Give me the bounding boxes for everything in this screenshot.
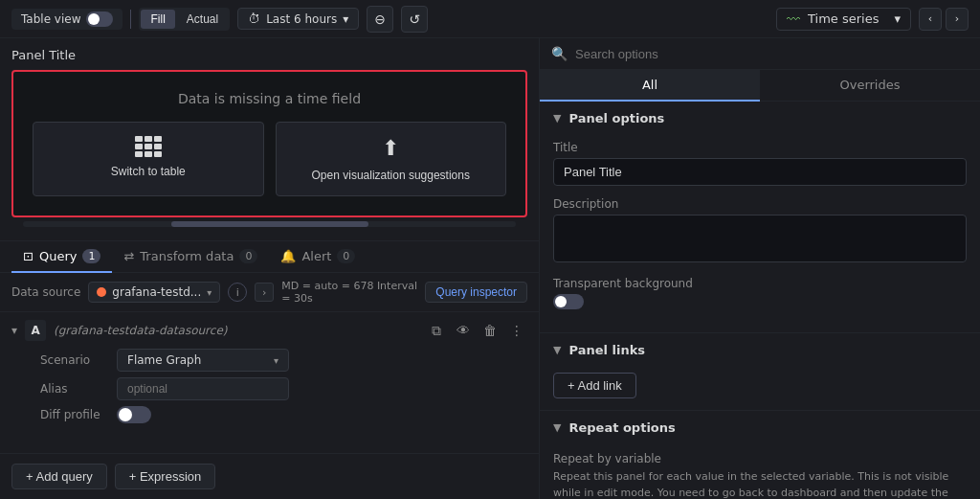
tab-all[interactable]: All [540,70,760,102]
scenario-value: Flame Graph [127,353,201,367]
panel-title-label: Panel Title [11,48,527,62]
chevron-down-icon-ds: ▾ [207,287,212,298]
scrollbar-thumb [171,221,368,227]
table-view-toggle[interactable] [86,11,113,27]
query-body: ▾ A (grafana-testdata-datasource) ⧉ 👁 🗑 … [0,312,539,437]
alert-badge: 0 [337,249,355,263]
panel-links-header[interactable]: ▼ Panel links [540,333,980,367]
panel-options-header[interactable]: ▼ Panel options [540,102,980,135]
caret-buttons: ‹ › [919,8,969,31]
suggestions-row: Switch to table ⬆ Open visualization sug… [33,122,506,196]
query-inspector-button[interactable]: Query inspector [425,282,527,303]
add-query-button[interactable]: + Add query [11,464,107,489]
open-viz-button[interactable]: ⬆ Open visualization suggestions [276,122,507,196]
repeat-caret-icon: ▼ [553,421,561,434]
panel-tabs: All Overrides [540,70,980,102]
eye-button[interactable]: 👁 [453,320,474,341]
title-input[interactable] [553,158,967,186]
tab-transform[interactable]: ⇄ Transform data 0 [112,241,269,273]
alias-input[interactable] [117,377,289,400]
query-expand-button[interactable]: ▾ [11,324,17,337]
info-button[interactable]: i [228,283,247,302]
search-input[interactable] [575,47,969,61]
table-view-group: Table view [11,9,122,30]
query-actions: ⧉ 👁 🗑 ⋮ [426,320,527,341]
diff-profile-row: Diff profile [11,406,527,423]
viz-selector[interactable]: 〰 Time series ▾ [776,8,911,31]
chevron-down-icon: ▾ [343,12,348,26]
horizontal-scrollbar[interactable] [23,221,516,227]
table-icon [135,136,162,157]
description-label: Description [553,197,967,211]
transparent-row [553,294,967,309]
panel-links-label: Panel links [568,343,645,357]
alert-icon: 🔔 [280,249,296,263]
scenario-row: Scenario Flame Graph ▾ [11,349,527,372]
query-ds-name: (grafana-testdata-datasource) [54,324,418,337]
top-bar-left: Table view Fill Actual ⏱ Last 6 hours ▾ … [11,6,767,33]
switch-to-table-button[interactable]: Switch to table [33,122,264,196]
search-bar: 🔍 [540,38,980,70]
trash-button[interactable]: 🗑 [479,320,501,341]
refresh-button[interactable]: ↺ [401,6,428,33]
datasource-name: grafana-testd... [112,285,201,299]
copy-button[interactable]: ⧉ [426,320,447,341]
query-tabs: ⊡ Query 1 ⇄ Transform data 0 🔔 Alert 0 [0,241,539,273]
tab-query[interactable]: ⊡ Query 1 [11,241,112,273]
query-bottom: + Add query + Expression [0,453,539,499]
panel-links-body: + Add link [540,367,980,410]
time-range-button[interactable]: ⏱ Last 6 hours ▾ [237,8,359,30]
datasource-selector[interactable]: grafana-testd... ▾ [88,282,220,303]
open-viz-label: Open visualization suggestions [312,169,470,182]
repeat-options-header[interactable]: ▼ Repeat options [540,411,980,444]
repeat-desc: Repeat this panel for each value in the … [553,469,967,499]
top-bar-right: 〰 Time series ▾ ‹ › [776,8,969,31]
tab-alert[interactable]: 🔔 Alert 0 [269,241,367,273]
next-button[interactable]: › [946,8,969,31]
panel-options-label: Panel options [568,111,664,125]
repeat-options-section: ▼ Repeat options Repeat by variable Repe… [540,411,980,499]
repeat-by-label: Repeat by variable [553,452,967,465]
tab-query-label: Query [39,249,78,263]
expression-button[interactable]: + Expression [115,464,216,489]
ds-meta: MD = auto = 678 Interval = 30s [281,280,417,305]
actual-button[interactable]: Actual [177,10,228,29]
scenario-select[interactable]: Flame Graph ▾ [117,349,289,372]
fill-actual-group: Fill Actual [139,8,230,31]
divider [130,10,131,29]
left-panel: Panel Title Data is missing a time field… [0,38,540,499]
repeat-options-label: Repeat options [568,420,675,435]
top-bar: Table view Fill Actual ⏱ Last 6 hours ▾ … [0,0,980,38]
alias-label: Alias [40,382,117,396]
fill-button[interactable]: Fill [141,10,174,29]
chevron-down-icon-viz: ▾ [894,11,901,26]
transparent-label: Transparent background [553,277,967,290]
previous-button[interactable]: ‹ [919,8,942,31]
right-panel: 🔍 All Overrides ▼ Panel options Title [540,38,980,499]
query-icon: ⊡ [23,249,33,263]
query-editor: Data source grafana-testd... ▾ i › MD = … [0,273,539,453]
panel-links-section: ▼ Panel links + Add link [540,333,980,411]
description-field: Description [553,197,967,265]
options-panel: ▼ Panel options Title Description Transp… [540,102,980,499]
ds-nav-right-button[interactable]: › [255,283,274,302]
description-textarea[interactable] [553,215,967,262]
panel-preview: Panel Title Data is missing a time field… [0,38,539,241]
diff-profile-toggle[interactable] [117,406,151,423]
switch-to-table-label: Switch to table [111,165,186,178]
more-button[interactable]: ⋮ [506,320,527,341]
tab-overrides[interactable]: Overrides [760,70,980,102]
section-caret-icon: ▼ [553,112,561,125]
data-source-bar: Data source grafana-testd... ▾ i › MD = … [0,273,539,312]
add-link-button[interactable]: + Add link [553,373,636,398]
title-field: Title [553,141,967,186]
transform-badge: 0 [239,249,257,263]
query-letter: A [25,320,46,341]
zoom-out-button[interactable]: ⊖ [367,6,393,33]
table-view-label: Table view [21,12,80,26]
repeat-options-body: Repeat by variable Repeat this panel for… [540,444,980,499]
chart-icon: ⬆ [382,136,399,161]
scenario-label: Scenario [40,353,117,367]
search-icon: 🔍 [551,46,568,61]
transparent-toggle[interactable] [553,294,584,309]
